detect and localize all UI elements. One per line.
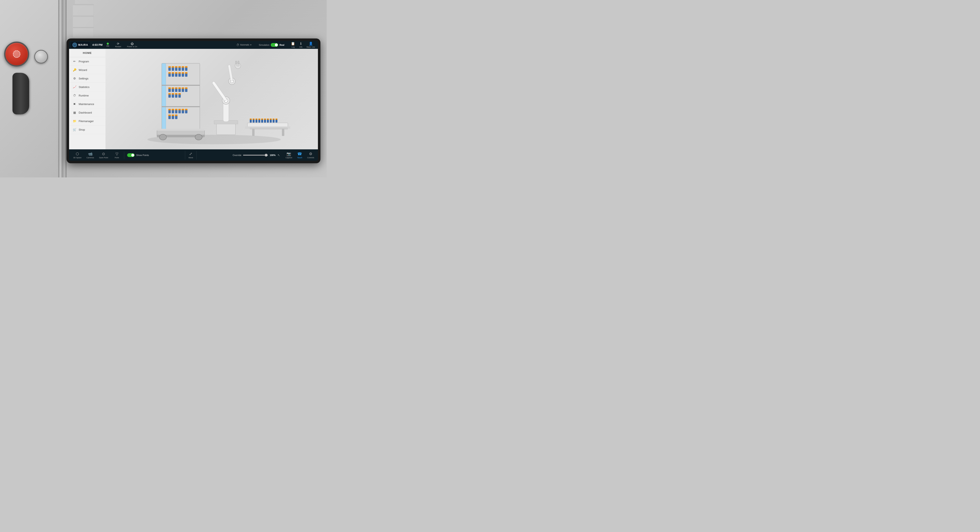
sidebar-item-filemanager[interactable]: 📁 Filemanager xyxy=(69,117,105,125)
user-button[interactable]: 👤 Basic Use xyxy=(305,41,316,48)
power-icon: ⏻ xyxy=(130,42,134,45)
power-label: Power is On xyxy=(127,46,137,48)
svg-rect-15 xyxy=(172,66,174,68)
svg-rect-57 xyxy=(168,109,170,110)
svg-rect-37 xyxy=(168,87,170,89)
key-switch[interactable] xyxy=(34,50,48,64)
idle-label: Idle xyxy=(106,45,110,47)
svg-rect-115 xyxy=(252,129,255,136)
real-label: Real xyxy=(280,44,284,46)
move-button[interactable]: ⤢ Move xyxy=(185,151,197,159)
svg-rect-76 xyxy=(157,129,205,130)
sidebar-item-settings[interactable]: ⚙ Settings xyxy=(69,74,105,83)
screen: MAiRA 4:03 PM Idle ⟳ Restart ⏻ Power is … xyxy=(69,41,318,161)
override-slider[interactable] xyxy=(243,155,268,156)
3d-space-button[interactable]: ⬡ 3D Space xyxy=(71,151,84,159)
svg-rect-116 xyxy=(282,129,284,136)
toggle-knob xyxy=(275,43,278,46)
user-icon: 👤 xyxy=(309,41,313,46)
capture-button[interactable]: 📷 Capture xyxy=(283,151,294,159)
auto-mode-area[interactable]: ⏱ Automatic ▾ xyxy=(236,43,251,47)
right-buttons: 📷 Capture ☎ Touch ⚙ Controls xyxy=(283,151,316,159)
svg-rect-19 xyxy=(178,66,181,68)
svg-rect-104 xyxy=(264,119,266,123)
logo-icon xyxy=(72,43,77,47)
handle-grip xyxy=(13,73,29,114)
emergency-stop-button[interactable] xyxy=(4,41,29,67)
svg-rect-17 xyxy=(175,66,177,68)
log-button[interactable]: 📋 Log xyxy=(290,41,296,48)
power-status[interactable]: ⏻ Power is On xyxy=(125,42,139,48)
svg-rect-51 xyxy=(172,93,174,95)
shop-icon: 🛒 xyxy=(72,128,76,131)
svg-rect-39 xyxy=(172,87,174,89)
wizard-icon: 🔑 xyxy=(72,68,76,71)
controls-icon: ⚙ xyxy=(309,152,312,156)
svg-rect-25 xyxy=(168,72,170,74)
log-label: Log xyxy=(291,46,294,48)
svg-rect-43 xyxy=(178,87,181,89)
sidebar-item-statistics[interactable]: 📈 Statistics xyxy=(69,83,105,91)
svg-rect-67 xyxy=(185,109,187,110)
sidebar-item-program[interactable]: ✏ Program xyxy=(69,57,105,66)
sidebar-item-dashboard[interactable]: ▦ Dashboard xyxy=(69,108,105,117)
svg-rect-47 xyxy=(185,87,187,89)
svg-rect-73 xyxy=(175,114,177,116)
svg-rect-45 xyxy=(181,87,184,89)
svg-rect-106 xyxy=(267,119,269,123)
visualization-area[interactable] xyxy=(105,49,318,149)
svg-rect-29 xyxy=(175,72,177,74)
touch-label: Touch xyxy=(297,157,302,159)
show-points-toggle[interactable] xyxy=(127,153,135,157)
svg-rect-59 xyxy=(172,109,174,110)
cameras-label: Cameras xyxy=(87,157,94,159)
svg-point-5 xyxy=(73,44,76,46)
svg-rect-33 xyxy=(181,72,184,74)
override-track xyxy=(243,155,268,156)
svg-rect-1 xyxy=(73,4,94,37)
svg-rect-101 xyxy=(258,119,260,120)
touch-button[interactable]: ☎ Touch xyxy=(295,151,304,159)
svg-rect-69 xyxy=(168,114,170,116)
move-label: Move xyxy=(189,157,193,159)
svg-rect-10 xyxy=(162,85,200,86)
cameras-button[interactable]: 📹 Cameras xyxy=(84,151,97,159)
filemanager-label: Filemanager xyxy=(79,119,94,123)
sidebar-item-wizard[interactable]: 🔑 Wizard xyxy=(69,66,105,74)
point-button[interactable]: ▽ Point xyxy=(111,151,123,159)
3d-space-label: 3D Space xyxy=(73,157,81,159)
override-area: Override 100% ↖ xyxy=(232,154,280,157)
restart-status[interactable]: ⟳ Restart xyxy=(113,42,123,48)
current-time: 4:03 PM xyxy=(92,43,103,46)
svg-rect-100 xyxy=(258,119,260,123)
sidebar-item-maintenance[interactable]: ✖ Maintenance xyxy=(69,100,105,108)
sidebar-item-shop[interactable]: 🛒 Shop xyxy=(69,125,105,134)
svg-rect-63 xyxy=(178,109,181,110)
statistics-label: Statistics xyxy=(79,86,89,89)
program-label: Program xyxy=(79,60,89,63)
robot-svg xyxy=(116,54,307,145)
save-point-button[interactable]: ⊙ Save Point xyxy=(97,151,111,159)
settings-label: Settings xyxy=(79,77,88,80)
svg-rect-35 xyxy=(185,72,187,74)
svg-rect-2 xyxy=(73,4,94,5)
svg-rect-65 xyxy=(181,109,184,110)
svg-rect-11 xyxy=(162,106,200,107)
separator-1 xyxy=(124,152,124,159)
info-icon: ℹ xyxy=(300,41,301,46)
info-button[interactable]: ℹ Info xyxy=(298,41,304,48)
controls-label: Controls xyxy=(307,157,314,159)
main-content: HOME ✏ Program 🔑 Wizard ⚙ Settings 📈 Sta… xyxy=(69,49,318,149)
sidebar-home: HOME xyxy=(69,49,105,57)
svg-rect-41 xyxy=(175,87,177,89)
svg-rect-9 xyxy=(162,64,165,132)
sim-label: Simulation xyxy=(259,44,269,46)
runtime-label: Runtime xyxy=(79,94,89,97)
sidebar-item-runtime[interactable]: ⏱ Runtime xyxy=(69,91,105,100)
controls-button[interactable]: ⚙ Controls xyxy=(305,151,316,159)
override-label: Override xyxy=(232,154,241,156)
sim-toggle[interactable] xyxy=(271,43,278,47)
idle-status: Idle xyxy=(104,43,111,47)
svg-rect-99 xyxy=(256,119,258,120)
user-label: Basic Use xyxy=(307,46,315,48)
